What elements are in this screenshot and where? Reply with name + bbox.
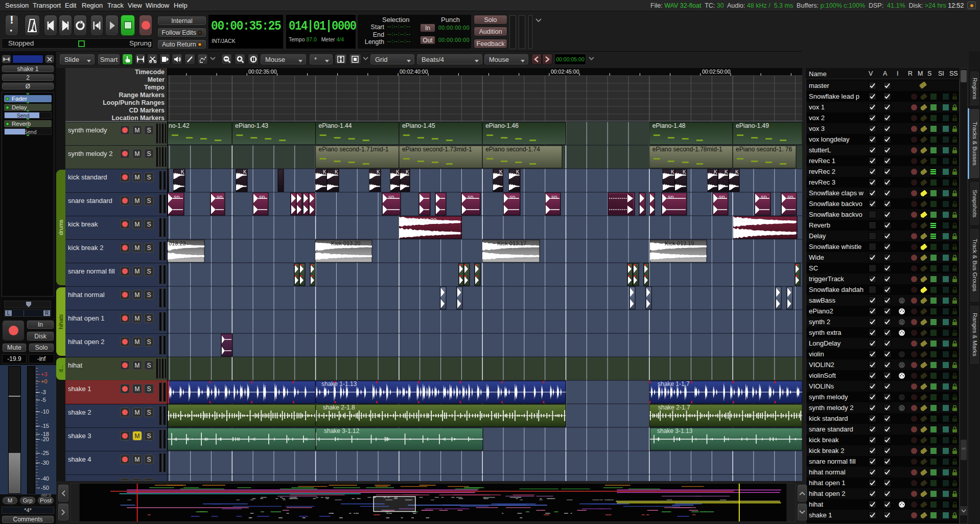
svg-text:sn: sn: [719, 194, 725, 200]
svg-text:K: K: [683, 169, 686, 175]
svg-text:K: K: [181, 169, 184, 175]
svg-text:shake 1-1.13: shake 1-1.13: [321, 380, 357, 388]
svg-text:Kick 013.17: Kick 013.17: [497, 240, 526, 246]
svg-text:K: K: [377, 169, 380, 175]
svg-text:K: K: [725, 169, 728, 175]
svg-text:sn: sn: [388, 194, 394, 200]
svg-text:K: K: [714, 169, 717, 175]
svg-text:K: K: [671, 169, 674, 175]
svg-text:shake 3-1.13: shake 3-1.13: [657, 427, 693, 435]
svg-text:K: K: [323, 169, 326, 175]
svg-text:026.19: 026.19: [735, 217, 752, 223]
svg-text:ePiano-1.43: ePiano-1.43: [235, 122, 268, 129]
svg-text:sn: sn: [787, 194, 794, 200]
svg-text:sn: sn: [468, 194, 474, 200]
svg-text:sn: sn: [551, 194, 557, 200]
svg-text:sn: sn: [174, 194, 180, 200]
svg-text:sn: sn: [217, 194, 223, 200]
svg-text:ePiano-1.44: ePiano-1.44: [319, 122, 352, 129]
svg-text:Kick 013.19: Kick 013.19: [665, 240, 694, 246]
svg-text:sn: sn: [668, 194, 674, 200]
svg-text:shake 2-1.7: shake 2-1.7: [658, 404, 690, 411]
svg-text:ePiano second-1.74: ePiano second-1.74: [485, 146, 540, 153]
svg-text:K: K: [516, 169, 520, 175]
svg-text:ePiano second-1.73mid-1: ePiano second-1.73mid-1: [402, 146, 472, 153]
svg-text:00:02:45:00: 00:02:45:00: [551, 69, 579, 75]
svg-text:013.23: 013.23: [169, 240, 186, 246]
svg-text:no-1.42: no-1.42: [169, 122, 190, 129]
svg-text:ePiano-1.45: ePiano-1.45: [402, 122, 435, 129]
svg-text:00:02:40:00: 00:02:40:00: [400, 69, 428, 75]
svg-text:ePiano-1.48: ePiano-1.48: [652, 122, 686, 129]
svg-text:shake 2-1.8: shake 2-1.8: [323, 404, 355, 411]
svg-text:sn: sn: [259, 194, 265, 200]
svg-text:K: K: [735, 169, 739, 175]
svg-text:00:02:35:00: 00:02:35:00: [248, 69, 277, 75]
svg-text:K: K: [335, 169, 338, 175]
svg-text:K: K: [499, 169, 503, 175]
svg-text:Kick 013.20: Kick 013.20: [331, 240, 360, 246]
svg-text:ePiano-1.46: ePiano-1.46: [485, 122, 519, 129]
svg-text:ePiano second-1.71mid-1: ePiano second-1.71mid-1: [319, 146, 389, 153]
svg-text:K: K: [396, 169, 400, 175]
svg-text:K: K: [406, 169, 409, 175]
svg-text:K: K: [243, 169, 247, 175]
svg-text:shake 1-1.7: shake 1-1.7: [658, 380, 690, 388]
svg-text:ePiano second-1.78mid-1: ePiano second-1.78mid-1: [652, 146, 722, 153]
svg-text:sn: sn: [509, 194, 516, 200]
svg-text:sn: sn: [761, 194, 767, 200]
svg-text:ePiano second-1. 76: ePiano second-1. 76: [736, 146, 792, 153]
svg-text:ePiano-1.49: ePiano-1.49: [736, 122, 769, 129]
svg-text:00:02:50:00: 00:02:50:00: [702, 69, 731, 75]
svg-text:Kick 026.20: Kick 026.20: [407, 217, 436, 223]
svg-text:shake 3-1.12: shake 3-1.12: [324, 427, 360, 435]
